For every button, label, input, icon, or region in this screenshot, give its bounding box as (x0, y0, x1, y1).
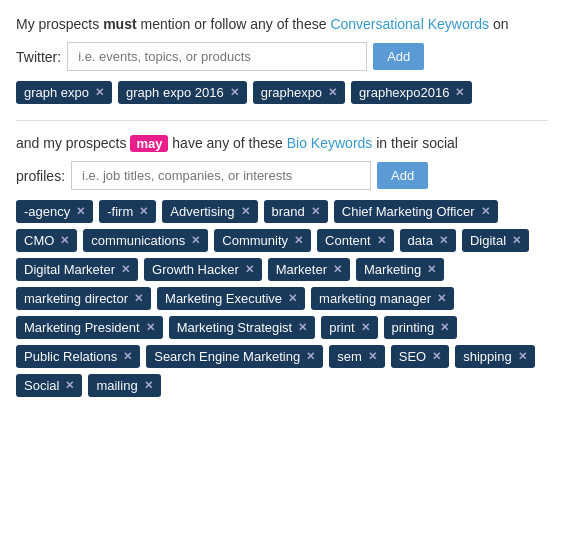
remove-tag-button[interactable]: ✕ (440, 322, 449, 333)
tag-label: mailing (96, 378, 137, 393)
bio-tag: Content✕ (317, 229, 394, 252)
remove-tag-button[interactable]: ✕ (455, 87, 464, 98)
bio-tag: Marketing President✕ (16, 316, 163, 339)
tag-label: marketing director (24, 291, 128, 306)
bio-tag: Marketing Executive✕ (157, 287, 305, 310)
bio-keyword-input[interactable] (71, 161, 371, 190)
bio-tag: Advertising✕ (162, 200, 257, 223)
tag-label: Content (325, 233, 371, 248)
remove-tag-button[interactable]: ✕ (288, 293, 297, 304)
remove-tag-button[interactable]: ✕ (139, 206, 148, 217)
remove-tag-button[interactable]: ✕ (306, 351, 315, 362)
bio-input-row: profiles: Add (16, 161, 548, 190)
must-bold: must (103, 16, 136, 32)
remove-tag-button[interactable]: ✕ (311, 206, 320, 217)
twitter-add-button[interactable]: Add (373, 43, 424, 70)
bio-tag: Growth Hacker✕ (144, 258, 262, 281)
twitter-intro-text: My prospects must mention or follow any … (16, 16, 509, 32)
tag-label: SEO (399, 349, 426, 364)
remove-tag-button[interactable]: ✕ (427, 264, 436, 275)
bio-tag: Public Relations✕ (16, 345, 140, 368)
bio-tag: -agency✕ (16, 200, 93, 223)
remove-tag-button[interactable]: ✕ (518, 351, 527, 362)
tag-label: Public Relations (24, 349, 117, 364)
remove-tag-button[interactable]: ✕ (65, 380, 74, 391)
bio-tag: CMO✕ (16, 229, 77, 252)
tag-label: -agency (24, 204, 70, 219)
twitter-tag: graph expo 2016✕ (118, 81, 247, 104)
conversational-keywords-link[interactable]: Conversational Keywords (330, 16, 489, 32)
tag-label: Advertising (170, 204, 234, 219)
tag-label: -firm (107, 204, 133, 219)
bio-tag: Marketing✕ (356, 258, 444, 281)
remove-tag-button[interactable]: ✕ (481, 206, 490, 217)
tag-label: Marketer (276, 262, 327, 277)
bio-tag: Chief Marketing Officer✕ (334, 200, 498, 223)
bio-add-button[interactable]: Add (377, 162, 428, 189)
bio-intro-text: and my prospects may have any of these B… (16, 135, 458, 151)
remove-tag-button[interactable]: ✕ (294, 235, 303, 246)
remove-tag-button[interactable]: ✕ (512, 235, 521, 246)
remove-tag-button[interactable]: ✕ (439, 235, 448, 246)
tag-label: Digital (470, 233, 506, 248)
remove-tag-button[interactable]: ✕ (368, 351, 377, 362)
bio-tags-area: -agency✕-firm✕Advertising✕brand✕Chief Ma… (16, 200, 548, 397)
remove-tag-button[interactable]: ✕ (437, 293, 446, 304)
tag-label: Search Engine Marketing (154, 349, 300, 364)
tag-label: communications (91, 233, 185, 248)
remove-tag-button[interactable]: ✕ (60, 235, 69, 246)
bio-label: profiles: (16, 168, 65, 184)
remove-tag-button[interactable]: ✕ (123, 351, 132, 362)
remove-tag-button[interactable]: ✕ (76, 206, 85, 217)
bio-section: and my prospects may have any of these B… (16, 135, 548, 397)
remove-tag-button[interactable]: ✕ (121, 264, 130, 275)
bio-tag: marketing manager✕ (311, 287, 454, 310)
remove-tag-button[interactable]: ✕ (230, 87, 239, 98)
tag-label: graphexpo (261, 85, 322, 100)
tag-label: Growth Hacker (152, 262, 239, 277)
remove-tag-button[interactable]: ✕ (245, 264, 254, 275)
remove-tag-button[interactable]: ✕ (328, 87, 337, 98)
remove-tag-button[interactable]: ✕ (377, 235, 386, 246)
tag-label: brand (272, 204, 305, 219)
remove-tag-button[interactable]: ✕ (333, 264, 342, 275)
tag-label: graph expo (24, 85, 89, 100)
remove-tag-button[interactable]: ✕ (241, 206, 250, 217)
twitter-tags-area: graph expo✕graph expo 2016✕graphexpo✕gra… (16, 81, 548, 104)
remove-tag-button[interactable]: ✕ (191, 235, 200, 246)
remove-tag-button[interactable]: ✕ (134, 293, 143, 304)
tag-label: Marketing President (24, 320, 140, 335)
remove-tag-button[interactable]: ✕ (146, 322, 155, 333)
twitter-section: My prospects must mention or follow any … (16, 16, 548, 104)
tag-label: sem (337, 349, 362, 364)
remove-tag-button[interactable]: ✕ (298, 322, 307, 333)
bio-tag: -firm✕ (99, 200, 156, 223)
tag-label: Social (24, 378, 59, 393)
bio-tag: brand✕ (264, 200, 328, 223)
bio-tag: Digital Marketer✕ (16, 258, 138, 281)
tag-label: Marketing (364, 262, 421, 277)
remove-tag-button[interactable]: ✕ (432, 351, 441, 362)
tag-label: printing (392, 320, 435, 335)
twitter-input-row: Twitter: Add (16, 42, 548, 71)
tag-label: Community (222, 233, 288, 248)
twitter-tag: graph expo✕ (16, 81, 112, 104)
may-badge: may (130, 135, 168, 152)
tag-label: print (329, 320, 354, 335)
bio-tag: Search Engine Marketing✕ (146, 345, 323, 368)
tag-label: CMO (24, 233, 54, 248)
tag-label: marketing manager (319, 291, 431, 306)
twitter-tag: graphexpo✕ (253, 81, 345, 104)
bio-keywords-link[interactable]: Bio Keywords (287, 135, 373, 151)
twitter-label: Twitter: (16, 49, 61, 65)
bio-tag: printing✕ (384, 316, 458, 339)
tag-label: Marketing Strategist (177, 320, 293, 335)
twitter-keyword-input[interactable] (67, 42, 367, 71)
remove-tag-button[interactable]: ✕ (361, 322, 370, 333)
remove-tag-button[interactable]: ✕ (144, 380, 153, 391)
remove-tag-button[interactable]: ✕ (95, 87, 104, 98)
tag-label: shipping (463, 349, 511, 364)
twitter-intro-line: My prospects must mention or follow any … (16, 16, 548, 32)
bio-tag: sem✕ (329, 345, 385, 368)
bio-tag: Social✕ (16, 374, 82, 397)
